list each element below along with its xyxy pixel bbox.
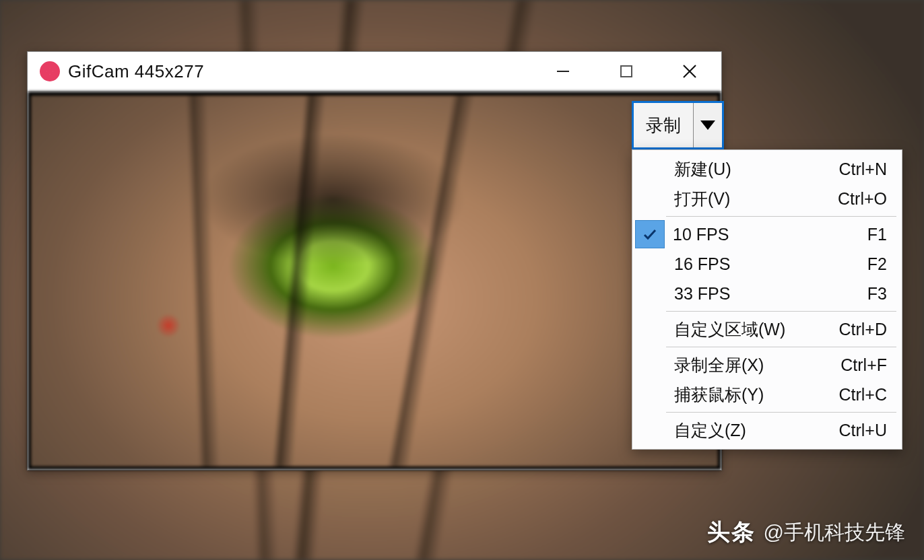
menu-item-capture-mouse[interactable]: 捕获鼠标(Y) Ctrl+C (632, 380, 902, 409)
menu-item-label: 新建(U) (666, 158, 830, 180)
watermark: 头条 @手机科技先锋 (707, 517, 905, 548)
menu-item-10fps[interactable]: 10 FPS F1 (632, 219, 902, 249)
menu-item-shortcut: Ctrl+F (832, 355, 887, 375)
check-icon (635, 220, 665, 248)
record-dropdown-toggle[interactable] (694, 103, 722, 147)
menu-item-label: 自定义(Z) (666, 419, 830, 442)
menu-item-shortcut: Ctrl+O (830, 189, 887, 209)
menu-item-label: 打开(V) (666, 188, 830, 210)
menu-item-label: 录制全屏(X) (666, 354, 832, 376)
menu-item-custom-area[interactable]: 自定义区域(W) Ctrl+D (632, 314, 902, 344)
menu-separator (666, 216, 896, 217)
window-title: GifCam 445x277 (68, 61, 204, 82)
menu-item-fullscreen[interactable]: 录制全屏(X) Ctrl+F (632, 350, 902, 380)
menu-item-new[interactable]: 新建(U) Ctrl+N (632, 154, 902, 184)
menu-item-label: 16 FPS (666, 254, 859, 274)
menu-item-open[interactable]: 打开(V) Ctrl+O (632, 184, 902, 213)
menu-separator (666, 412, 896, 413)
titlebar[interactable]: GifCam 445x277 (28, 52, 721, 92)
menu-item-label: 33 FPS (666, 284, 859, 304)
close-button[interactable] (658, 52, 721, 91)
menu-item-label: 10 FPS (665, 225, 859, 244)
menu-separator (666, 347, 896, 347)
menu-item-label: 捕获鼠标(Y) (666, 384, 830, 406)
menu-separator (666, 311, 896, 312)
record-button[interactable]: 录制 (634, 103, 694, 147)
maximize-button[interactable] (595, 52, 658, 91)
menu-item-33fps[interactable]: 33 FPS F3 (632, 279, 902, 308)
menu-item-shortcut: Ctrl+N (830, 160, 887, 179)
record-menu: 新建(U) Ctrl+N 打开(V) Ctrl+O 10 FPS F1 16 F… (632, 149, 902, 450)
record-split-button[interactable]: 录制 (632, 101, 724, 149)
svg-rect-1 (621, 66, 632, 77)
menu-item-shortcut: F2 (859, 254, 887, 274)
capture-viewport (28, 92, 721, 470)
minimize-button[interactable] (531, 52, 595, 91)
menu-item-shortcut: F3 (859, 284, 887, 304)
menu-item-16fps[interactable]: 16 FPS F2 (632, 249, 902, 279)
watermark-badge: 头条 (707, 517, 756, 548)
menu-item-shortcut: Ctrl+U (830, 421, 887, 440)
menu-item-shortcut: Ctrl+D (830, 320, 887, 339)
menu-item-label: 自定义区域(W) (666, 318, 830, 341)
watermark-handle: @手机科技先锋 (764, 519, 905, 547)
chevron-down-icon (700, 120, 715, 130)
app-icon (40, 61, 60, 81)
menu-item-custom[interactable]: 自定义(Z) Ctrl+U (632, 415, 902, 445)
menu-item-shortcut: F1 (859, 225, 887, 244)
menu-item-shortcut: Ctrl+C (830, 385, 887, 405)
gifcam-window: GifCam 445x277 (27, 51, 722, 470)
